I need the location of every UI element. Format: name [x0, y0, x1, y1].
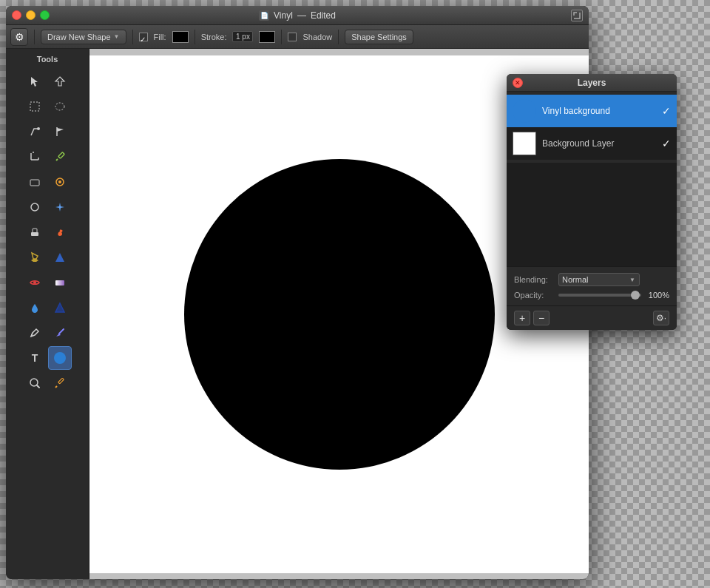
minimize-button[interactable]	[26, 10, 36, 20]
svg-rect-22	[58, 378, 64, 384]
svg-point-12	[58, 180, 61, 183]
blending-select[interactable]: Normal Multiply Screen Overlay Darken Li…	[558, 273, 640, 286]
dropper2-tool[interactable]	[48, 371, 72, 395]
opacity-value: 100%	[647, 291, 669, 300]
eyedropper-tool[interactable]	[48, 145, 72, 169]
svg-rect-10	[30, 180, 39, 186]
brush-tool[interactable]	[48, 321, 72, 345]
toolbar-separator-1	[34, 30, 35, 44]
traffic-lights	[12, 10, 50, 20]
shadow-label: Shadow	[302, 33, 332, 41]
svg-rect-17	[55, 280, 64, 285]
remove-layer-btn[interactable]: −	[533, 311, 550, 325]
svg-line-23	[55, 386, 57, 388]
layer-thumb-background	[513, 132, 536, 155]
svg-point-13	[31, 203, 38, 211]
tools-panel: Tools	[6, 49, 89, 579]
fill-checkbox[interactable]	[139, 33, 148, 41]
gradient-tool[interactable]	[48, 271, 72, 294]
maximize-button[interactable]	[40, 10, 50, 20]
layers-panel: ✕ Layers Vinyl background ✓ Background L…	[507, 74, 677, 330]
pointer-tool[interactable]	[23, 70, 47, 93]
layers-empty-area	[507, 163, 677, 266]
tools-grid: T	[23, 70, 72, 395]
layer-item-background[interactable]: Background Layer ✓	[507, 127, 677, 160]
svg-line-9	[56, 159, 58, 160]
layers-footer: + − ⚙·	[507, 305, 677, 330]
shape-settings-label: Shape Settings	[351, 33, 407, 41]
eraser-tool[interactable]	[23, 170, 47, 194]
stamp2-tool[interactable]	[23, 220, 47, 244]
blend-row: Blending: Normal Multiply Screen Overlay…	[514, 273, 669, 286]
layers-header: ✕ Layers	[507, 74, 677, 92]
triangle2-tool[interactable]	[48, 296, 72, 320]
svg-point-1	[55, 103, 64, 110]
layer-name-vinyl: Vinyl background	[542, 106, 656, 116]
expand-button[interactable]	[571, 10, 583, 21]
bucket-tool[interactable]	[23, 246, 47, 269]
flame-tool[interactable]	[48, 220, 72, 244]
app-window: 📄 Vinyl — Edited ⚙ Draw New Shape ▼ Fill…	[6, 6, 589, 579]
layers-list: Vinyl background ✓ Background Layer ✓	[507, 92, 677, 163]
draw-shape-label: Draw New Shape	[47, 33, 111, 41]
document-icon: 📄	[259, 10, 269, 21]
pen-tool[interactable]	[23, 120, 47, 143]
svg-rect-0	[30, 102, 39, 111]
window-title: Vinyl	[274, 10, 293, 21]
title-bar-title: 📄 Vinyl — Edited	[259, 10, 336, 21]
stroke-label: Stroke:	[201, 33, 227, 41]
stamp-tool[interactable]	[48, 170, 72, 194]
svg-point-2	[37, 127, 40, 130]
tools-title: Tools	[37, 55, 58, 64]
title-separator: —	[297, 10, 306, 21]
circle-fill-tool[interactable]	[48, 346, 72, 370]
arrow-tool[interactable]	[48, 70, 72, 93]
toolbar-separator-2	[132, 30, 133, 44]
pen2-tool[interactable]	[23, 321, 47, 345]
layer-check-vinyl: ✓	[662, 105, 671, 117]
opacity-row: Opacity: 100%	[514, 291, 669, 300]
stroke-color-swatch[interactable]	[259, 31, 275, 43]
main-area: Tools	[6, 49, 589, 579]
window-subtitle: Edited	[311, 10, 336, 21]
toolbar-separator-5	[338, 30, 339, 44]
opacity-slider-thumb[interactable]	[631, 291, 640, 300]
stroke-width-input[interactable]	[232, 31, 253, 42]
layers-blend-opacity: Blending: Normal Multiply Screen Overlay…	[507, 266, 677, 305]
canvas-circle-shape	[184, 159, 495, 470]
flag-tool[interactable]	[48, 120, 72, 143]
magic-tool[interactable]	[48, 195, 72, 219]
fill-color-swatch[interactable]	[172, 31, 189, 43]
add-layer-btn[interactable]: +	[514, 311, 530, 325]
lasso-tool[interactable]	[48, 95, 72, 118]
text-tool[interactable]: T	[23, 346, 47, 370]
title-bar: 📄 Vinyl — Edited	[6, 6, 589, 25]
layers-title: Layers	[523, 78, 660, 88]
fill-label: Fill:	[154, 33, 166, 41]
toolbar: ⚙ Draw New Shape ▼ Fill: Stroke: Shadow …	[6, 25, 589, 49]
layer-name-background: Background Layer	[542, 138, 656, 149]
circle-tool[interactable]	[23, 195, 47, 219]
eye-tool[interactable]	[23, 271, 47, 294]
chevron-down-icon: ▼	[114, 33, 120, 40]
toolbar-separator-3	[195, 30, 195, 44]
svg-point-16	[33, 281, 36, 284]
rect-select-tool[interactable]	[23, 95, 47, 118]
layer-item-vinyl-background[interactable]: Vinyl background ✓	[507, 95, 677, 127]
water-tool[interactable]	[23, 296, 47, 320]
close-button[interactable]	[12, 10, 21, 20]
triangle-tool[interactable]	[48, 246, 72, 269]
zoom-tool[interactable]	[23, 371, 47, 395]
layer-check-background: ✓	[662, 138, 671, 149]
shape-settings-button[interactable]: Shape Settings	[345, 30, 413, 44]
layers-close-button[interactable]: ✕	[513, 78, 523, 88]
gear-button[interactable]: ⚙	[10, 28, 28, 46]
crop-tool[interactable]	[23, 145, 47, 169]
blending-label: Blending:	[514, 275, 558, 284]
shadow-checkbox[interactable]	[288, 33, 297, 41]
layer-gear-btn[interactable]: ⚙·	[653, 311, 669, 325]
opacity-slider[interactable]	[558, 294, 641, 297]
svg-line-21	[37, 385, 39, 388]
draw-shape-button[interactable]: Draw New Shape ▼	[41, 30, 126, 44]
layer-thumb-vinyl	[513, 99, 536, 123]
